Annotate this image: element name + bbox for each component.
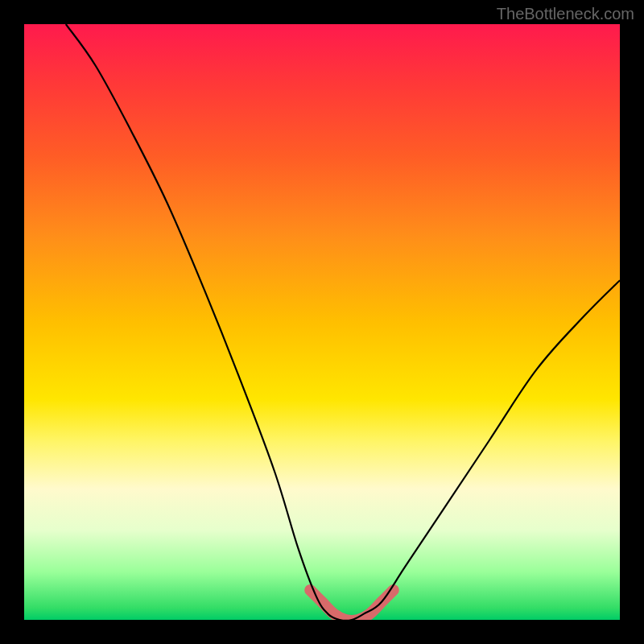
bottleneck-curve — [66, 24, 620, 620]
valley-band — [310, 590, 394, 620]
chart-plot-area — [24, 24, 620, 620]
chart-svg — [24, 24, 620, 620]
watermark: TheBottleneck.com — [497, 5, 634, 23]
